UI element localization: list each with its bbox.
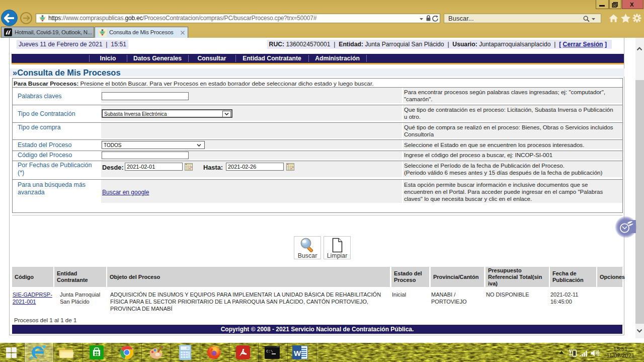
- svg-text:C:\: C:\: [266, 349, 273, 353]
- svg-text:W: W: [294, 349, 301, 357]
